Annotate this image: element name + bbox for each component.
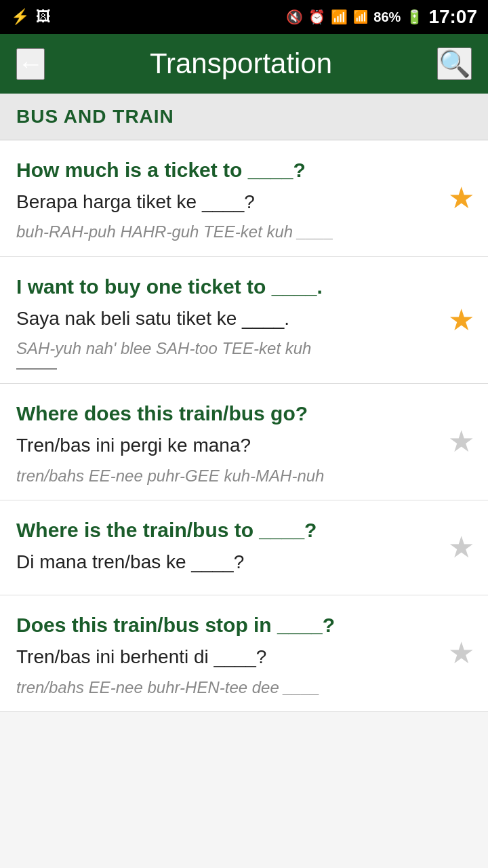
- phrase-content: Where does this train/bus go?Tren/bas in…: [16, 400, 472, 486]
- status-time: 17:07: [428, 6, 477, 28]
- favorite-star-button[interactable]: ★: [448, 532, 474, 562]
- phrase-content: Where is the train/bus to ____?Di mana t…: [16, 517, 472, 581]
- phrase-translation: Berapa harga tiket ke ____?: [16, 190, 431, 214]
- section-header: BUS AND TRAIN: [0, 94, 488, 140]
- phrase-pronunciation: SAH-yuh nah' blee SAH-too TEE-ket kuh: [16, 338, 431, 359]
- phrase-list: How much is a ticket to ____?Berapa harg…: [0, 140, 488, 712]
- favorite-star-button[interactable]: ★: [448, 305, 474, 335]
- phrase-translation: Di mana tren/bas ke ____?: [16, 550, 431, 574]
- usb-icon: ⚡: [11, 8, 29, 26]
- phrase-content: How much is a ticket to ____?Berapa harg…: [16, 157, 472, 243]
- search-button[interactable]: 🔍: [437, 47, 472, 80]
- phrase-item: Does this train/bus stop in ____?Tren/ba…: [0, 595, 488, 712]
- phrase-pronunciation: tren/bahs EE-nee buhr-HEN-tee dee ____: [16, 677, 431, 698]
- phrase-item: I want to buy one ticket to ____.Saya na…: [0, 257, 488, 384]
- phrase-translation: Saya nak beli satu tiket ke ____.​: [16, 307, 431, 331]
- favorite-star-button[interactable]: ★: [448, 427, 474, 456]
- status-left-icons: ⚡ 🖼: [11, 8, 51, 26]
- signal-icon: 📶: [353, 9, 368, 24]
- phrase-translation: Tren/bas ini pergi ke mana?: [16, 433, 431, 458]
- phrase-item: Where is the train/bus to ____?Di mana t…: [0, 500, 488, 595]
- battery-percent: 86%: [373, 9, 401, 25]
- toolbar: ← Transportation 🔍: [0, 34, 488, 94]
- phrase-english: How much is a ticket to ____?: [16, 157, 431, 183]
- mute-icon: 🔇: [286, 9, 303, 25]
- pronunciation-line: [16, 368, 57, 370]
- wifi-icon: 📶: [331, 9, 348, 25]
- phrase-english: Where does this train/bus go?: [16, 400, 431, 427]
- back-button[interactable]: ←: [16, 48, 45, 80]
- phrase-english: I want to buy one ticket to ____.: [16, 273, 431, 300]
- section-header-label: BUS AND TRAIN: [16, 106, 174, 127]
- phrase-content: Does this train/bus stop in ____?Tren/ba…: [16, 612, 472, 698]
- phrase-item: How much is a ticket to ____?Berapa harg…: [0, 140, 488, 257]
- favorite-star-button[interactable]: ★: [448, 183, 474, 213]
- phrase-pronunciation: tren/bahs EE-nee puhr-GEE kuh-MAH-nuh: [16, 465, 431, 486]
- phrase-pronunciation: buh-RAH-puh HAHR-guh TEE-ket kuh ____: [16, 221, 431, 242]
- phrase-content: I want to buy one ticket to ____.Saya na…: [16, 273, 472, 370]
- status-right-icons: 🔇 ⏰ 📶 📶 86% 🔋 17:07: [286, 6, 477, 28]
- phrase-translation: Tren/bas ini berhenti di ____?: [16, 645, 431, 669]
- phrase-item: Where does this train/bus go?Tren/bas in…: [0, 384, 488, 500]
- phrase-english: Does this train/bus stop in ____?: [16, 612, 431, 638]
- favorite-star-button[interactable]: ★: [448, 638, 474, 668]
- phrase-english: Where is the train/bus to ____?: [16, 517, 431, 543]
- battery-icon: 🔋: [406, 9, 423, 25]
- image-icon: 🖼: [36, 8, 51, 26]
- status-bar: ⚡ 🖼 🔇 ⏰ 📶 📶 86% 🔋 17:07: [0, 0, 488, 34]
- page-title: Transportation: [150, 47, 332, 80]
- alarm-icon: ⏰: [308, 9, 325, 25]
